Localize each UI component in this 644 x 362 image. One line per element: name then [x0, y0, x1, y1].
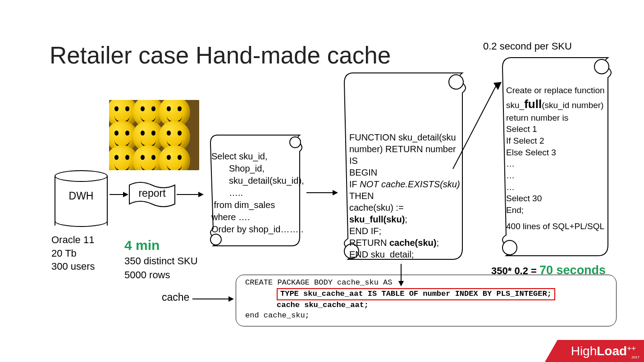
cache-code-highlight: TYPE sku_cache_aat IS TABLE OF number IN…	[277, 288, 555, 300]
timing-line: 5000 rows	[124, 268, 198, 282]
svg-marker-7	[333, 190, 338, 195]
svg-point-5	[290, 137, 301, 148]
cache-label: cache	[162, 291, 189, 303]
timing-highlight: 4 min	[124, 236, 198, 254]
arrow-icon	[110, 190, 128, 199]
report-ribbon-icon: report	[128, 180, 176, 209]
arrow-icon	[306, 188, 338, 197]
report-label: report	[128, 187, 176, 199]
cache-code-line: CREATE PACKAGE BODY cache_sku AS	[245, 278, 611, 288]
logo-text: HighLoad++	[571, 344, 636, 358]
scroll-query-text: Select sku_id, Shop_id, sku_detail(sku_i…	[211, 150, 304, 235]
cache-code-box: CREATE PACKAGE BODY cache_sku AS TYPE sk…	[236, 275, 617, 326]
arrow-icon	[177, 190, 204, 199]
scroll-full-function: Create or replace function sku_full(sku_…	[481, 54, 614, 260]
arrow-icon	[192, 294, 234, 303]
svg-marker-3	[198, 192, 204, 197]
slide: Retailer case Hand-made cache DWH Oracle…	[0, 0, 644, 362]
db-info-line: 20 Tb	[51, 247, 95, 260]
cache-code-line: end cache_sku;	[245, 311, 611, 321]
dwh-cylinder-icon: DWH	[55, 170, 108, 227]
timing-block: 4 min 350 distinct SKU 5000 rows	[124, 236, 198, 282]
scroll3-header: 0.2 second per SKU	[483, 41, 572, 52]
scroll-full-function-text: Create or replace function sku_full(sku_…	[506, 85, 607, 232]
svg-marker-1	[123, 192, 128, 197]
scroll-query: Select sku_id, Shop_id, sku_detail(sku_i…	[205, 132, 305, 250]
db-info: Oracle 11 20 Tb 300 users	[51, 233, 95, 273]
db-info-line: Oracle 11	[51, 233, 95, 247]
slide-title: Retailer case Hand-made cache	[50, 41, 391, 69]
svg-point-12	[502, 240, 517, 255]
svg-point-4	[210, 234, 221, 245]
svg-marker-17	[228, 296, 234, 302]
scroll-function: FUNCTION sku_detail(sku number) RETURN n…	[338, 69, 469, 264]
scroll-function-text: FUNCTION sku_detail(sku number) RETURN n…	[349, 131, 462, 260]
timing-line: 350 distinct SKU	[124, 254, 198, 268]
logo-year: 2017	[631, 355, 639, 359]
svg-point-13	[594, 59, 609, 74]
cache-code-line: cache sku_cache_aat;	[245, 300, 611, 311]
smileys-image	[109, 100, 199, 170]
dwh-label: DWH	[55, 190, 108, 202]
highload-logo: HighLoad++ 2017	[545, 337, 644, 362]
db-info-line: 300 users	[51, 260, 95, 273]
